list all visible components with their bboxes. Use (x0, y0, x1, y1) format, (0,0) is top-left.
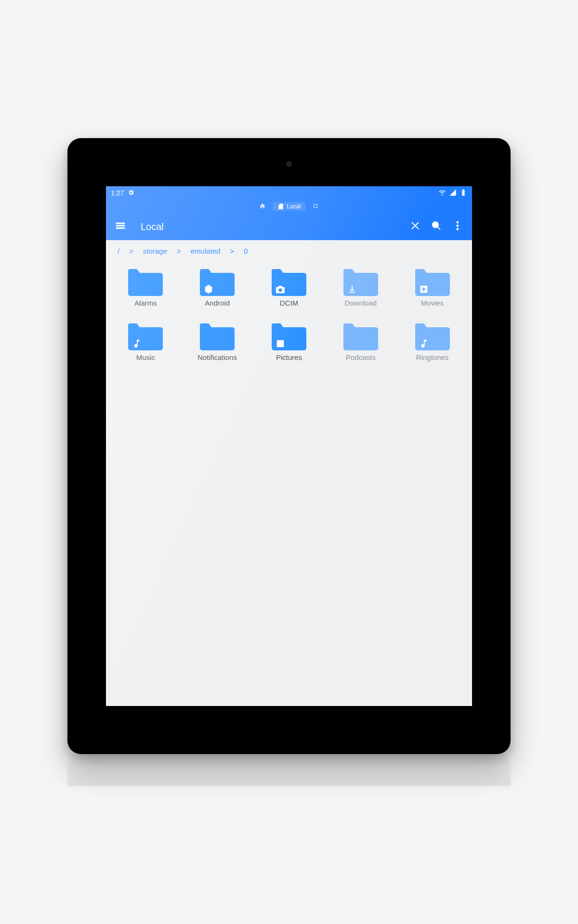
folder-label: Notifications (197, 353, 237, 361)
svg-point-2 (457, 225, 459, 227)
folder-label: Podcasts (346, 353, 376, 361)
sdcard-icon (277, 203, 284, 210)
app-bar: Local (106, 213, 472, 240)
new-tab-icon[interactable] (312, 203, 319, 211)
folder-download[interactable]: Download (325, 267, 396, 307)
folder-icon (343, 321, 378, 350)
folder-ringtones[interactable]: Ringtones (396, 321, 468, 361)
close-button[interactable] (405, 216, 426, 237)
status-time: 1:27 (111, 189, 124, 197)
camera-icon (274, 283, 287, 295)
svg-rect-10 (200, 327, 235, 350)
folder-label: Android (205, 299, 230, 307)
breadcrumb-sep: > (177, 247, 181, 255)
tab-local[interactable]: Local (273, 202, 306, 211)
folder-icon (128, 267, 163, 296)
folder-dcim[interactable]: DCIM (253, 267, 325, 307)
svg-point-3 (457, 228, 459, 230)
breadcrumb-seg[interactable]: emulated (191, 247, 221, 255)
gear-icon (128, 189, 134, 197)
breadcrumb-sep: > (129, 247, 133, 255)
breadcrumb-sep: > (230, 247, 234, 255)
folder-podcasts[interactable]: Podcasts (325, 321, 396, 361)
svg-rect-12 (343, 327, 378, 350)
folder-alarms[interactable]: Alarms (110, 267, 182, 307)
folder-label: Music (136, 353, 155, 361)
folder-icon (272, 321, 306, 350)
hexagon-icon (202, 283, 215, 295)
folder-icon (272, 267, 306, 296)
folder-label: Download (344, 299, 377, 307)
status-bar: 1:27 (106, 186, 472, 200)
folder-icon (415, 321, 450, 350)
folder-music[interactable]: Music (110, 321, 182, 361)
image-icon (274, 338, 287, 349)
download-icon (345, 283, 359, 295)
music-icon (130, 338, 144, 349)
folder-android[interactable]: Android (182, 267, 253, 307)
folder-label: Pictures (276, 353, 302, 361)
hamburger-icon (115, 220, 126, 233)
more-button[interactable] (447, 216, 468, 237)
breadcrumb-seg[interactable]: 0 (244, 247, 248, 255)
search-button[interactable] (426, 216, 447, 237)
folder-label: Alarms (134, 299, 157, 307)
folder-label: Ringtones (416, 353, 449, 361)
app-bar-title: Local (141, 221, 405, 232)
folder-grid: AlarmsAndroidDCIMDownloadMoviesMusicNoti… (106, 261, 472, 367)
svg-point-0 (433, 222, 438, 228)
breadcrumb: / > storage > emulated > 0 (106, 240, 472, 261)
folder-movies[interactable]: Movies (396, 267, 468, 307)
folder-icon (200, 321, 235, 350)
folder-label: Movies (421, 299, 444, 307)
tab-label: Local (287, 203, 301, 210)
home-icon[interactable] (259, 203, 266, 211)
folder-icon (200, 267, 235, 296)
tablet-frame: 1:27 Local Local (67, 138, 511, 754)
camera-dot (286, 161, 292, 167)
more-vert-icon (452, 220, 463, 233)
folder-pictures[interactable]: Pictures (253, 321, 325, 361)
folder-label: DCIM (280, 299, 298, 307)
close-icon (409, 220, 421, 233)
folder-icon (343, 267, 378, 296)
music-icon (417, 338, 431, 349)
breadcrumb-seg[interactable]: storage (143, 247, 167, 255)
folder-icon (128, 321, 163, 350)
tabstrip: Local (106, 200, 472, 213)
search-icon (431, 220, 442, 233)
screen: 1:27 Local Local (106, 186, 472, 706)
play-icon (417, 283, 431, 295)
svg-point-1 (457, 221, 459, 223)
wifi-icon (438, 189, 446, 198)
breadcrumb-seg[interactable]: / (118, 247, 119, 255)
menu-button[interactable] (110, 216, 131, 237)
svg-rect-4 (128, 273, 163, 296)
battery-icon (460, 189, 467, 198)
folder-notifications[interactable]: Notifications (182, 321, 253, 361)
signal-icon (449, 189, 457, 198)
folder-icon (415, 267, 450, 296)
